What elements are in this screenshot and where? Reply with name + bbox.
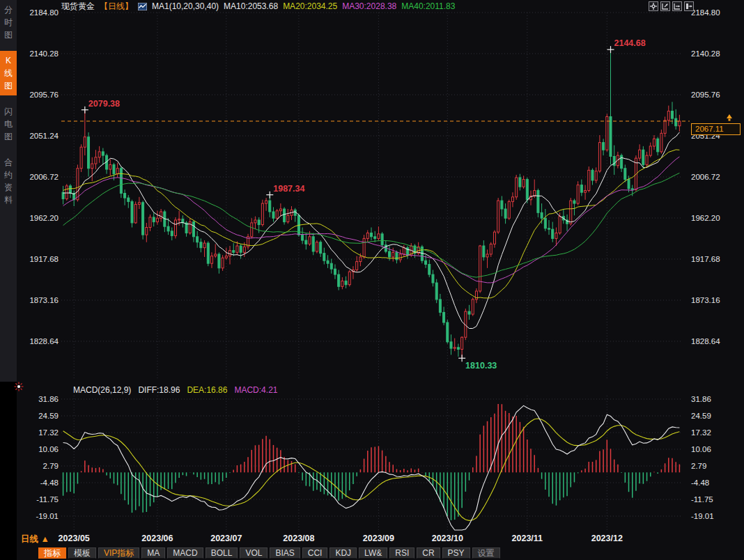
x-axis-label: 2023/12 [591, 534, 623, 543]
price-axis-label: 2006.72 [29, 173, 59, 181]
price-axis-label: 1828.64 [691, 337, 720, 345]
price-annotation: 2144.68 [614, 38, 646, 48]
macd-axis-label: 17.32 [691, 428, 711, 437]
left-sidebar: 分时图K线图闪电图合约资料 [0, 0, 17, 382]
toolbar-button-设置[interactable]: 设置 [472, 547, 500, 559]
macd-alert-icon[interactable] [14, 382, 24, 391]
price-axis-label: 2051.24 [29, 132, 59, 140]
ma30-value: MA30:2028.38 [342, 1, 396, 11]
toolbar-button-VOL[interactable]: VOL [240, 547, 268, 559]
price-axis-label: 1873.16 [691, 296, 720, 304]
macd-axis-label: 24.59 [691, 412, 711, 420]
period-selector[interactable]: 日线 ▲ [21, 534, 49, 545]
macd-axis-label: 17.32 [38, 428, 59, 437]
macd-axis-label: -4.48 [40, 479, 59, 487]
macd-axis-label: -4.48 [691, 479, 709, 487]
price-annotation: 2079.38 [88, 99, 120, 109]
x-axis-label: 2023/08 [283, 534, 314, 543]
price-axis-label: 2095.76 [691, 91, 720, 99]
price-axis-label: 2140.28 [29, 49, 59, 58]
ma40-value: MA40:2011.83 [401, 1, 455, 11]
toolbar-button-BIAS[interactable]: BIAS [270, 547, 300, 559]
chart-header: 现货黄金 【日线】 MA1(10,20,30,40) MA10:2053.68 … [61, 1, 455, 12]
macd-axis-label: -19.01 [691, 512, 714, 520]
macd-axis-label: -19.01 [36, 512, 59, 520]
toolbar-button-MA[interactable]: MA [141, 547, 165, 559]
sidebar-tab-4[interactable]: 合约资料 [0, 153, 17, 210]
price-axis-label: 2184.80 [29, 8, 59, 17]
macd-axis-label: 10.06 [38, 445, 59, 453]
price-axis-label: 2095.76 [29, 91, 59, 99]
toolbar-button-MACD[interactable]: MACD [167, 547, 203, 559]
main-chart-canvas[interactable]: 2184.802184.802140.282140.282095.762095.… [0, 0, 744, 560]
ma10-value: MA10:2053.68 [224, 1, 278, 11]
ma-group-label: MA1(10,20,30,40) [152, 1, 219, 11]
export-panel-icon[interactable] [684, 1, 694, 11]
x-axis-label: 2023/10 [432, 534, 463, 543]
macd-axis-label: 31.86 [691, 395, 711, 403]
price-axis-label: 2006.72 [691, 173, 720, 181]
price-axis-label: 2140.28 [691, 49, 720, 58]
x-axis-label: 2023/07 [210, 534, 242, 543]
current-price-badge: 2067.11 [691, 123, 741, 135]
price-annotation: 1810.33 [465, 361, 497, 371]
toolbar-button-LW&[interactable]: LW& [359, 547, 387, 559]
x-axis-label: 2023/05 [59, 534, 90, 543]
x-axis-label: 2023/11 [512, 534, 543, 543]
macd-axis-label: 10.06 [691, 445, 711, 453]
toolbar-button-RSI[interactable]: RSI [389, 547, 414, 559]
sidebar-tab-2[interactable]: K线图 [0, 51, 17, 95]
toolbar-button-VIP指标[interactable]: VIP指标 [98, 547, 139, 559]
macd-dea-value: DEA:16.86 [187, 385, 227, 395]
price-axis-label: 1917.68 [691, 255, 720, 263]
chart-tools [649, 1, 694, 11]
toolbar-button-KDJ[interactable]: KDJ [330, 547, 357, 559]
x-axis-label: 2023/09 [363, 534, 394, 543]
x-axis-label: 2023/06 [141, 534, 173, 543]
sidebar-tab-3[interactable]: 闪电图 [0, 102, 17, 146]
price-axis-label: 1828.64 [29, 337, 59, 345]
toolbar-button-指标[interactable]: 指标 [38, 547, 66, 559]
price-annotation: 1987.34 [273, 184, 304, 194]
trading-app-window: 分时图K线图闪电图合约资料 现货黄金 【日线】 MA1(10,20,30,40)… [0, 0, 744, 560]
macd-axis-label: 31.86 [38, 395, 59, 403]
period-tag: 【日线】 [100, 1, 133, 13]
toolbar-button-PSY[interactable]: PSY [442, 547, 470, 559]
toolbar-button-CCI[interactable]: CCI [302, 547, 328, 559]
macd-header: MACD(26,12,9) DIFF:18.96 DEA:16.86 MACD:… [73, 384, 277, 395]
symbol-name: 现货黄金 [61, 1, 95, 13]
zoom-axis-icon[interactable] [660, 1, 670, 11]
macd-axis-label: -11.75 [691, 495, 713, 504]
price-axis-label: 1873.16 [29, 296, 59, 304]
sidebar-tab-1[interactable]: 分时图 [0, 0, 17, 45]
indicator-toolbar: 指标模板VIP指标MAMACDBOLLVOLBIASCCIKDJLW&RSICR… [38, 547, 500, 559]
macd-axis-label: 24.59 [38, 412, 59, 420]
price-axis-label: 1962.20 [691, 214, 720, 222]
price-axis-label: 1962.20 [29, 214, 59, 222]
price-up-arrow-icon [724, 114, 734, 122]
macd-macd-value: MACD:4.21 [234, 385, 277, 395]
macd-axis-label: -11.75 [36, 495, 59, 504]
toolbar-button-模板[interactable]: 模板 [68, 547, 96, 559]
x-axis-row: 日线 ▲ 2023/052023/062023/072023/082023/09… [0, 532, 744, 547]
macd-axis-label: 2.79 [691, 462, 706, 470]
macd-title: MACD(26,12,9) [73, 385, 131, 395]
macd-diff-value: DIFF:18.96 [138, 385, 180, 395]
ma20-value: MA20:2034.25 [283, 1, 337, 11]
macd-axis-label: 2.79 [43, 462, 59, 470]
toolbar-button-BOLL[interactable]: BOLL [206, 547, 238, 559]
pan-axis-icon[interactable] [672, 1, 682, 11]
toolbar-button-CR[interactable]: CR [417, 547, 440, 559]
price-axis-label: 1917.68 [29, 255, 59, 263]
price-axis-label: 2184.80 [691, 8, 720, 17]
indicator-chart-icon [138, 3, 147, 10]
crosshair-tool-icon[interactable] [649, 1, 658, 11]
